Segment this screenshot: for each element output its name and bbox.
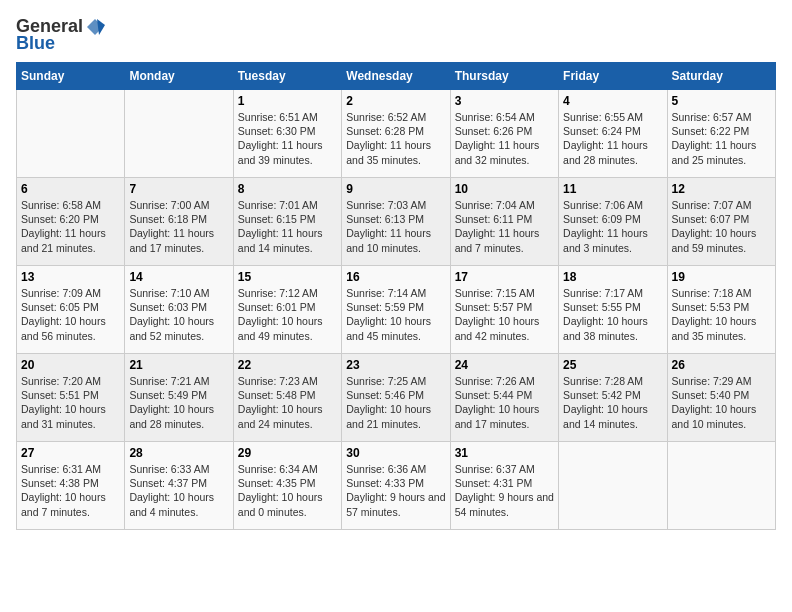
day-info: Sunrise: 7:00 AMSunset: 6:18 PMDaylight:…	[129, 198, 228, 255]
day-number: 4	[563, 94, 662, 108]
day-info: Sunrise: 7:14 AMSunset: 5:59 PMDaylight:…	[346, 286, 445, 343]
day-number: 22	[238, 358, 337, 372]
day-info: Sunrise: 7:25 AMSunset: 5:46 PMDaylight:…	[346, 374, 445, 431]
day-number: 23	[346, 358, 445, 372]
day-cell: 28Sunrise: 6:33 AMSunset: 4:37 PMDayligh…	[125, 442, 233, 530]
week-row-4: 20Sunrise: 7:20 AMSunset: 5:51 PMDayligh…	[17, 354, 776, 442]
day-cell	[125, 90, 233, 178]
day-info: Sunrise: 6:52 AMSunset: 6:28 PMDaylight:…	[346, 110, 445, 167]
day-number: 12	[672, 182, 771, 196]
day-cell	[559, 442, 667, 530]
day-cell: 27Sunrise: 6:31 AMSunset: 4:38 PMDayligh…	[17, 442, 125, 530]
day-number: 5	[672, 94, 771, 108]
day-number: 9	[346, 182, 445, 196]
day-cell: 4Sunrise: 6:55 AMSunset: 6:24 PMDaylight…	[559, 90, 667, 178]
header-saturday: Saturday	[667, 63, 775, 90]
header-sunday: Sunday	[17, 63, 125, 90]
day-cell: 21Sunrise: 7:21 AMSunset: 5:49 PMDayligh…	[125, 354, 233, 442]
day-number: 14	[129, 270, 228, 284]
day-info: Sunrise: 6:54 AMSunset: 6:26 PMDaylight:…	[455, 110, 554, 167]
day-cell: 11Sunrise: 7:06 AMSunset: 6:09 PMDayligh…	[559, 178, 667, 266]
week-row-2: 6Sunrise: 6:58 AMSunset: 6:20 PMDaylight…	[17, 178, 776, 266]
day-number: 27	[21, 446, 120, 460]
day-cell: 18Sunrise: 7:17 AMSunset: 5:55 PMDayligh…	[559, 266, 667, 354]
day-cell: 16Sunrise: 7:14 AMSunset: 5:59 PMDayligh…	[342, 266, 450, 354]
day-cell: 10Sunrise: 7:04 AMSunset: 6:11 PMDayligh…	[450, 178, 558, 266]
day-cell: 26Sunrise: 7:29 AMSunset: 5:40 PMDayligh…	[667, 354, 775, 442]
day-number: 25	[563, 358, 662, 372]
day-cell	[667, 442, 775, 530]
day-number: 11	[563, 182, 662, 196]
day-info: Sunrise: 7:28 AMSunset: 5:42 PMDaylight:…	[563, 374, 662, 431]
day-cell: 13Sunrise: 7:09 AMSunset: 6:05 PMDayligh…	[17, 266, 125, 354]
day-number: 31	[455, 446, 554, 460]
day-number: 21	[129, 358, 228, 372]
day-cell: 24Sunrise: 7:26 AMSunset: 5:44 PMDayligh…	[450, 354, 558, 442]
svg-marker-1	[97, 19, 105, 35]
day-cell: 2Sunrise: 6:52 AMSunset: 6:28 PMDaylight…	[342, 90, 450, 178]
day-info: Sunrise: 6:58 AMSunset: 6:20 PMDaylight:…	[21, 198, 120, 255]
logo-icon	[85, 17, 105, 37]
header-wednesday: Wednesday	[342, 63, 450, 90]
header-tuesday: Tuesday	[233, 63, 341, 90]
day-info: Sunrise: 6:31 AMSunset: 4:38 PMDaylight:…	[21, 462, 120, 519]
day-number: 6	[21, 182, 120, 196]
day-info: Sunrise: 6:37 AMSunset: 4:31 PMDaylight:…	[455, 462, 554, 519]
day-info: Sunrise: 6:33 AMSunset: 4:37 PMDaylight:…	[129, 462, 228, 519]
day-cell: 22Sunrise: 7:23 AMSunset: 5:48 PMDayligh…	[233, 354, 341, 442]
day-number: 3	[455, 94, 554, 108]
day-cell: 12Sunrise: 7:07 AMSunset: 6:07 PMDayligh…	[667, 178, 775, 266]
day-cell: 17Sunrise: 7:15 AMSunset: 5:57 PMDayligh…	[450, 266, 558, 354]
week-row-1: 1Sunrise: 6:51 AMSunset: 6:30 PMDaylight…	[17, 90, 776, 178]
day-info: Sunrise: 7:06 AMSunset: 6:09 PMDaylight:…	[563, 198, 662, 255]
day-cell: 5Sunrise: 6:57 AMSunset: 6:22 PMDaylight…	[667, 90, 775, 178]
day-number: 26	[672, 358, 771, 372]
day-number: 10	[455, 182, 554, 196]
day-info: Sunrise: 7:26 AMSunset: 5:44 PMDaylight:…	[455, 374, 554, 431]
day-number: 16	[346, 270, 445, 284]
day-info: Sunrise: 6:51 AMSunset: 6:30 PMDaylight:…	[238, 110, 337, 167]
calendar-header-row: SundayMondayTuesdayWednesdayThursdayFrid…	[17, 63, 776, 90]
day-info: Sunrise: 7:04 AMSunset: 6:11 PMDaylight:…	[455, 198, 554, 255]
week-row-3: 13Sunrise: 7:09 AMSunset: 6:05 PMDayligh…	[17, 266, 776, 354]
day-info: Sunrise: 7:29 AMSunset: 5:40 PMDaylight:…	[672, 374, 771, 431]
day-cell: 8Sunrise: 7:01 AMSunset: 6:15 PMDaylight…	[233, 178, 341, 266]
logo: General Blue	[16, 16, 105, 54]
day-info: Sunrise: 7:01 AMSunset: 6:15 PMDaylight:…	[238, 198, 337, 255]
day-cell: 30Sunrise: 6:36 AMSunset: 4:33 PMDayligh…	[342, 442, 450, 530]
day-number: 7	[129, 182, 228, 196]
day-cell: 19Sunrise: 7:18 AMSunset: 5:53 PMDayligh…	[667, 266, 775, 354]
day-number: 8	[238, 182, 337, 196]
day-cell	[17, 90, 125, 178]
day-info: Sunrise: 7:20 AMSunset: 5:51 PMDaylight:…	[21, 374, 120, 431]
week-row-5: 27Sunrise: 6:31 AMSunset: 4:38 PMDayligh…	[17, 442, 776, 530]
page-header: General Blue	[16, 16, 776, 54]
day-cell: 3Sunrise: 6:54 AMSunset: 6:26 PMDaylight…	[450, 90, 558, 178]
header-monday: Monday	[125, 63, 233, 90]
header-friday: Friday	[559, 63, 667, 90]
day-cell: 29Sunrise: 6:34 AMSunset: 4:35 PMDayligh…	[233, 442, 341, 530]
day-cell: 6Sunrise: 6:58 AMSunset: 6:20 PMDaylight…	[17, 178, 125, 266]
day-cell: 20Sunrise: 7:20 AMSunset: 5:51 PMDayligh…	[17, 354, 125, 442]
day-number: 24	[455, 358, 554, 372]
day-info: Sunrise: 6:34 AMSunset: 4:35 PMDaylight:…	[238, 462, 337, 519]
day-number: 30	[346, 446, 445, 460]
day-cell: 7Sunrise: 7:00 AMSunset: 6:18 PMDaylight…	[125, 178, 233, 266]
day-info: Sunrise: 6:55 AMSunset: 6:24 PMDaylight:…	[563, 110, 662, 167]
day-number: 19	[672, 270, 771, 284]
day-info: Sunrise: 7:17 AMSunset: 5:55 PMDaylight:…	[563, 286, 662, 343]
day-number: 1	[238, 94, 337, 108]
day-cell: 23Sunrise: 7:25 AMSunset: 5:46 PMDayligh…	[342, 354, 450, 442]
logo-blue: Blue	[16, 33, 55, 54]
day-number: 2	[346, 94, 445, 108]
day-cell: 31Sunrise: 6:37 AMSunset: 4:31 PMDayligh…	[450, 442, 558, 530]
day-number: 15	[238, 270, 337, 284]
day-info: Sunrise: 6:57 AMSunset: 6:22 PMDaylight:…	[672, 110, 771, 167]
day-cell: 14Sunrise: 7:10 AMSunset: 6:03 PMDayligh…	[125, 266, 233, 354]
calendar-table: SundayMondayTuesdayWednesdayThursdayFrid…	[16, 62, 776, 530]
day-info: Sunrise: 7:23 AMSunset: 5:48 PMDaylight:…	[238, 374, 337, 431]
day-cell: 25Sunrise: 7:28 AMSunset: 5:42 PMDayligh…	[559, 354, 667, 442]
day-number: 20	[21, 358, 120, 372]
day-info: Sunrise: 6:36 AMSunset: 4:33 PMDaylight:…	[346, 462, 445, 519]
day-cell: 1Sunrise: 6:51 AMSunset: 6:30 PMDaylight…	[233, 90, 341, 178]
